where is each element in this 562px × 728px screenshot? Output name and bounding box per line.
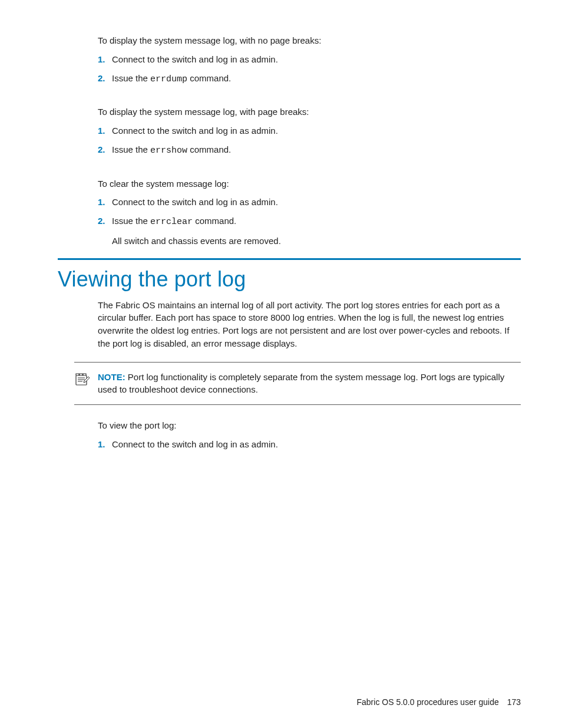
procedure-block: To display the system message log, with … xyxy=(98,106,521,157)
step-text: Connect to the switch and log in as admi… xyxy=(112,197,278,207)
note-bottom-rule xyxy=(74,404,521,405)
command-text: errdump xyxy=(150,74,187,84)
note-text: NOTE: Port log functionality is complete… xyxy=(98,371,521,397)
procedure-block: To view the port log: 1. Connect to the … xyxy=(98,419,521,451)
step-text-post: command. xyxy=(193,216,236,226)
note-label: NOTE: xyxy=(98,372,125,382)
step-text-post: command. xyxy=(187,73,231,83)
step-text-pre: Issue the xyxy=(112,216,150,226)
procedure-step: 1. Connect to the switch and log in as a… xyxy=(98,53,521,66)
procedure-intro: To clear the system message log: xyxy=(98,177,521,190)
step-text: Connect to the switch and log in as admi… xyxy=(112,54,278,64)
page-number: 173 xyxy=(507,697,521,707)
procedure-intro: To display the system message log, with … xyxy=(98,34,521,47)
procedure-steps: 1. Connect to the switch and log in as a… xyxy=(98,124,521,157)
procedure-step: 2. Issue the errclear command. All switc… xyxy=(98,215,521,248)
section-heading: Viewing the port log xyxy=(58,267,521,292)
procedure-step: 2. Issue the errdump command. xyxy=(98,72,521,86)
procedure-intro: To display the system message log, with … xyxy=(98,106,521,118)
step-number: 2. xyxy=(98,143,105,156)
step-text: Connect to the switch and log in as admi… xyxy=(112,126,278,136)
step-text-post: command. xyxy=(187,144,231,154)
section-paragraph: The Fabric OS maintains an internal log … xyxy=(98,299,521,350)
procedure-steps: 1. Connect to the switch and log in as a… xyxy=(98,438,521,451)
step-number: 1. xyxy=(98,124,105,137)
note-body: Port log functionality is completely sep… xyxy=(98,372,504,395)
command-text: errclear xyxy=(150,217,193,227)
step-number: 1. xyxy=(98,438,105,451)
step-number: 1. xyxy=(98,53,105,66)
procedure-step: 1. Connect to the switch and log in as a… xyxy=(98,124,521,137)
step-text-pre: Issue the xyxy=(112,73,150,83)
step-text: Connect to the switch and log in as admi… xyxy=(112,439,278,449)
procedure-steps: 1. Connect to the switch and log in as a… xyxy=(98,53,521,86)
step-number: 2. xyxy=(98,72,105,85)
step-subtext: All switch and chassis events are remove… xyxy=(112,235,521,248)
step-number: 2. xyxy=(98,215,105,228)
procedure-intro: To view the port log: xyxy=(98,419,521,432)
procedure-step: 1. Connect to the switch and log in as a… xyxy=(98,196,521,209)
note-icon xyxy=(74,371,91,390)
command-text: errshow xyxy=(150,146,187,156)
step-number: 1. xyxy=(98,196,105,209)
footer-title: Fabric OS 5.0.0 procedures user guide xyxy=(357,697,499,707)
procedure-step: 2. Issue the errshow command. xyxy=(98,143,521,157)
page-footer: Fabric OS 5.0.0 procedures user guide 17… xyxy=(357,697,521,707)
document-page: To display the system message log, with … xyxy=(0,0,562,451)
section-divider xyxy=(58,258,521,260)
procedure-block: To clear the system message log: 1. Conn… xyxy=(98,177,521,248)
procedure-block: To display the system message log, with … xyxy=(98,34,521,85)
note-top-rule xyxy=(74,362,521,363)
procedure-step: 1. Connect to the switch and log in as a… xyxy=(98,438,521,451)
step-text-pre: Issue the xyxy=(112,144,150,154)
procedure-steps: 1. Connect to the switch and log in as a… xyxy=(98,196,521,247)
note-block: NOTE: Port log functionality is complete… xyxy=(74,362,521,406)
note-row: NOTE: Port log functionality is complete… xyxy=(74,370,521,398)
